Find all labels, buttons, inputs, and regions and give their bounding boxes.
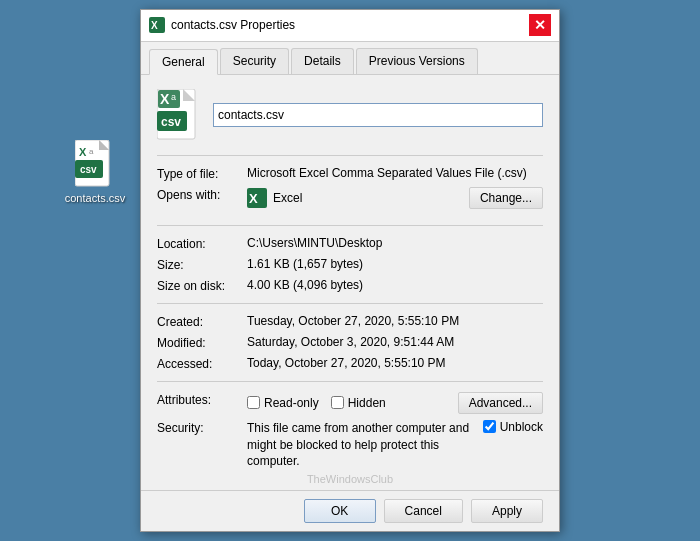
hidden-checkbox-label[interactable]: Hidden [331,396,386,410]
tab-security[interactable]: Security [220,48,289,74]
desktop-file-icon[interactable]: csv X a contacts.csv [60,140,130,204]
svg-text:X: X [79,146,87,158]
prop-type: Type of file: Microsoft Excel Comma Sepa… [157,166,543,181]
advanced-button[interactable]: Advanced... [458,392,543,414]
prop-opens-with: Opens with: X Excel Change... [157,187,543,215]
svg-text:a: a [171,92,176,102]
dialog-content: csv X a Type of file: Microsoft Excel Co… [141,75,559,490]
divider-2 [157,225,543,226]
svg-text:X: X [151,20,158,31]
divider-1 [157,155,543,156]
ok-button[interactable]: OK [304,499,376,523]
svg-text:csv: csv [161,115,181,129]
modified-value: Saturday, October 3, 2020, 9:51:44 AM [247,335,543,349]
dialog-buttons: OK Cancel Apply [141,490,559,531]
prop-accessed: Accessed: Today, October 27, 2020, 5:55:… [157,356,543,371]
prop-size-disk: Size on disk: 4.00 KB (4,096 bytes) [157,278,543,293]
divider-4 [157,381,543,382]
security-text: This file came from another computer and… [247,420,473,470]
attributes-label: Attributes: [157,392,247,407]
type-value: Microsoft Excel Comma Separated Values F… [247,166,543,180]
security-label: Security: [157,420,247,435]
opens-label: Opens with: [157,187,247,202]
modified-label: Modified: [157,335,247,350]
prop-location: Location: C:\Users\MINTU\Desktop [157,236,543,251]
security-right: Unblock [483,420,543,434]
unblock-checkbox-label[interactable]: Unblock [483,420,543,434]
file-header: csv X a [157,89,543,141]
prop-size: Size: 1.61 KB (1,657 bytes) [157,257,543,272]
size-label: Size: [157,257,247,272]
apply-button[interactable]: Apply [471,499,543,523]
excel-mini-icon: X [247,188,267,208]
location-label: Location: [157,236,247,251]
hidden-label: Hidden [348,396,386,410]
readonly-checkbox[interactable] [247,396,260,409]
security-content: This file came from another computer and… [247,420,543,470]
title-bar-left: X contacts.csv Properties [149,17,295,33]
svg-rect-5 [77,176,107,178]
unblock-checkbox[interactable] [483,420,496,433]
readonly-checkbox-label[interactable]: Read-only [247,396,319,410]
tab-details[interactable]: Details [291,48,354,74]
prop-attributes: Attributes: Read-only Hidden Advanced... [157,392,543,414]
size-disk-value: 4.00 KB (4,096 bytes) [247,278,543,292]
svg-text:a: a [89,147,94,156]
tab-previous-versions[interactable]: Previous Versions [356,48,478,74]
prop-security: Security: This file came from another co… [157,420,543,470]
opens-with-content: X Excel Change... [247,187,543,209]
title-bar-title: contacts.csv Properties [171,18,295,32]
tab-bar: General Security Details Previous Versio… [141,42,559,75]
cancel-button[interactable]: Cancel [384,499,463,523]
tab-general[interactable]: General [149,49,218,75]
close-button[interactable]: ✕ [529,14,551,36]
size-disk-label: Size on disk: [157,278,247,293]
prop-modified: Modified: Saturday, October 3, 2020, 9:5… [157,335,543,350]
title-bar-icon: X [149,17,165,33]
svg-text:X: X [160,91,170,107]
created-value: Tuesday, October 27, 2020, 5:55:10 PM [247,314,543,328]
attributes-content: Read-only Hidden Advanced... [247,392,543,414]
location-value: C:\Users\MINTU\Desktop [247,236,543,250]
file-icon-large: csv X a [157,89,201,141]
accessed-value: Today, October 27, 2020, 5:55:10 PM [247,356,543,370]
desktop-csv-icon: csv X a [75,140,115,188]
change-button[interactable]: Change... [469,187,543,209]
created-label: Created: [157,314,247,329]
svg-text:X: X [249,191,258,206]
filename-input[interactable] [213,103,543,127]
hidden-checkbox[interactable] [331,396,344,409]
desktop-icon-label: contacts.csv [65,192,126,204]
accessed-label: Accessed: [157,356,247,371]
properties-dialog: X contacts.csv Properties ✕ General Secu… [140,9,560,532]
unblock-label: Unblock [500,420,543,434]
readonly-label: Read-only [264,396,319,410]
prop-created: Created: Tuesday, October 27, 2020, 5:55… [157,314,543,329]
opens-app-name: Excel [273,191,469,205]
divider-3 [157,303,543,304]
size-value: 1.61 KB (1,657 bytes) [247,257,543,271]
svg-text:csv: csv [80,164,97,175]
type-label: Type of file: [157,166,247,181]
title-bar: X contacts.csv Properties ✕ [141,10,559,42]
